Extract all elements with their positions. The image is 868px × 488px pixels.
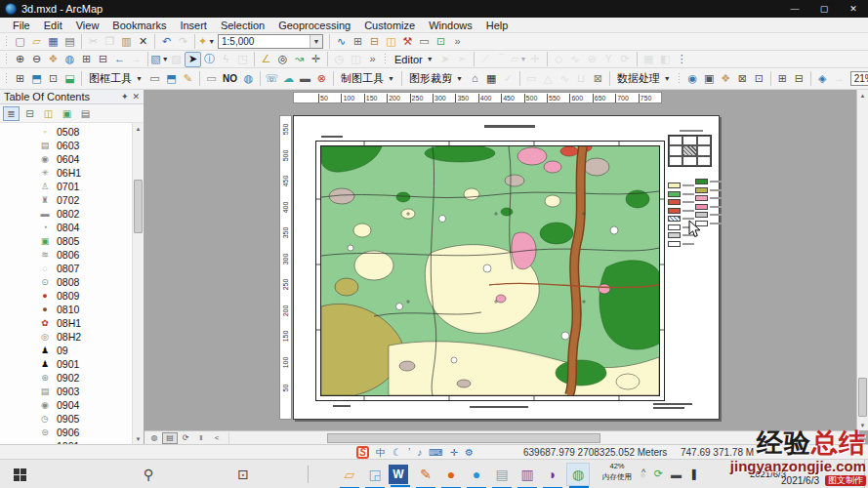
no-annotation-button[interactable]: NO <box>220 73 240 84</box>
layer-item-0902[interactable]: ⊛0902 <box>0 371 132 385</box>
delete-icon[interactable]: ✕ <box>135 34 151 50</box>
word-app[interactable]: W <box>389 465 408 484</box>
point-tool-icon[interactable]: ✛ <box>527 52 544 67</box>
catalog-window-icon[interactable]: ◫ <box>383 34 399 50</box>
layer-item-0901[interactable]: ♟0901 <box>0 357 132 371</box>
zoom-page-in-icon[interactable]: ⊠ <box>734 71 751 87</box>
layer-item-0802[interactable]: ▬0802 <box>0 207 132 221</box>
toolbox-icon[interactable]: ✛ <box>450 448 458 458</box>
redo-icon[interactable]: ↷ <box>175 34 191 50</box>
refresh-view-button[interactable]: ⟳ <box>178 432 193 444</box>
tray-usb-icon[interactable]: ▬ <box>671 468 682 480</box>
menu-item-selection[interactable]: Selection <box>214 20 271 31</box>
paste-icon[interactable]: ▥ <box>118 34 135 50</box>
pan-icon[interactable]: ❖ <box>45 52 62 67</box>
settings-wrench-icon[interactable]: ⚙ <box>465 448 474 458</box>
layer-item-0508[interactable]: ◦0508 <box>0 125 132 139</box>
layer-item-06H1[interactable]: ✳06H1 <box>0 166 132 180</box>
firefox-app[interactable]: ● <box>439 463 463 486</box>
start-button[interactable] <box>8 463 31 486</box>
memory-usage-ball[interactable]: 42% 内存使用 <box>596 462 639 482</box>
callout-phone-icon[interactable]: ☏ <box>264 71 280 87</box>
show-desktop-button[interactable] <box>864 460 868 488</box>
layer-item-0808[interactable]: ⊙0808 <box>0 275 132 289</box>
clip-tools-dropdown[interactable]: 图形裁剪▼ <box>405 71 467 86</box>
layer-item-0806[interactable]: ≋0806 <box>0 248 132 262</box>
layer-item-0905[interactable]: ◷0905 <box>0 412 132 426</box>
add-data-icon[interactable]: ✦▼ <box>198 34 215 50</box>
edge-app[interactable]: ● <box>465 463 488 486</box>
pin-icon[interactable]: ✦ <box>121 92 129 102</box>
notepad-app[interactable]: ▤ <box>490 463 514 486</box>
measure-icon[interactable]: ∠ <box>258 52 274 67</box>
scroll-down-icon[interactable]: ▼ <box>857 420 868 430</box>
punctuation-icon[interactable]: ’ <box>408 448 410 458</box>
cut-polygons-icon[interactable]: ⊘ <box>584 52 600 67</box>
clear-selection-icon[interactable]: ▨ <box>168 52 185 67</box>
toc-scrollbar[interactable]: ▲ ▼ <box>132 123 144 444</box>
attribute-table-icon[interactable]: ⊟ <box>366 34 383 50</box>
undo-icon[interactable]: ↶ <box>158 34 175 50</box>
scroll-up-icon[interactable]: ▲ <box>857 90 868 101</box>
maximize-button[interactable]: ▢ <box>809 0 839 18</box>
layer-item-0810[interactable]: ●0810 <box>0 303 132 316</box>
copy-icon[interactable]: ❐ <box>102 34 118 50</box>
save-dark-icon[interactable]: ▦ <box>483 71 500 87</box>
list-by-drawing-order-icon[interactable]: ≣ <box>3 106 20 121</box>
layout-horizontal-scrollbar[interactable] <box>228 432 856 444</box>
data-view-button[interactable]: ◍ <box>146 432 162 444</box>
list-by-selection-icon[interactable]: ▣ <box>59 106 75 121</box>
go-to-xy-icon[interactable]: ✛ <box>308 52 324 67</box>
paint-app[interactable]: ✎ <box>414 463 437 486</box>
scroll-up-icon[interactable]: ▲ <box>133 123 144 134</box>
layer-item-0906[interactable]: ⊜0906 <box>0 426 132 439</box>
photo-viewer-app[interactable]: ◲ <box>363 463 387 486</box>
small-rect-icon[interactable]: ▭ <box>146 71 163 87</box>
hyperlink-icon[interactable]: ϟ <box>218 52 234 67</box>
line-sketch-icon[interactable]: ∿ <box>557 71 573 87</box>
print-icon[interactable]: ▤ <box>62 34 78 50</box>
mic-icon[interactable]: ♪ <box>417 448 422 458</box>
monitor-green-icon[interactable]: ⬓ <box>62 71 78 87</box>
cut-icon[interactable]: ✂ <box>85 34 102 50</box>
list-by-visibility-icon[interactable]: ◫ <box>40 106 57 121</box>
editor-toolbar-icon[interactable]: ∿ <box>333 34 350 50</box>
forward-page-extent-icon[interactable]: → <box>831 71 847 87</box>
back-extent-button[interactable]: < <box>209 432 225 444</box>
pencil-icon[interactable]: ✎ <box>180 71 196 87</box>
menu-item-insert[interactable]: Insert <box>173 20 214 31</box>
scroll-down-icon[interactable]: ▼ <box>133 433 144 444</box>
layer-item-0604[interactable]: ◉0604 <box>0 152 132 166</box>
toolbar-grip[interactable] <box>678 72 682 85</box>
overflow-chevron-icon[interactable]: » <box>364 52 381 67</box>
back-page-extent-icon[interactable]: ◈ <box>814 71 831 87</box>
go-forward-extent-icon[interactable]: → <box>128 52 145 67</box>
layer-item-09[interactable]: ♟09 <box>0 344 132 357</box>
toolbar-grip[interactable] <box>5 72 9 85</box>
polygon-select-icon[interactable]: △ <box>540 71 557 87</box>
menu-item-windows[interactable]: Windows <box>422 20 479 31</box>
arcmap-app[interactable]: ◍ <box>566 463 590 486</box>
layer-item-0807[interactable]: ◌0807 <box>0 262 132 275</box>
grid-frame-icon[interactable]: ⊞ <box>12 71 28 87</box>
layer-item-08H1[interactable]: ✿08H1 <box>0 316 132 330</box>
layer-item-0903[interactable]: ▤0903 <box>0 385 132 398</box>
tray-360-update-icon[interactable]: ⟳ <box>654 468 663 480</box>
overflow-chevron-icon[interactable]: » <box>449 34 466 50</box>
fixed-zoom-out-icon[interactable]: ⊟ <box>95 52 111 67</box>
menu-item-bookmarks[interactable]: Bookmarks <box>105 20 173 31</box>
layer-item-0804[interactable]: ◔0804 <box>0 221 132 234</box>
layer-item-0904[interactable]: ◉0904 <box>0 398 132 412</box>
fixed-page-out-icon[interactable]: ⊟ <box>791 71 807 87</box>
close-icon[interactable]: ✕ <box>132 92 140 102</box>
menu-item-help[interactable]: Help <box>479 20 516 31</box>
model-builder-icon[interactable]: ⊡ <box>433 34 449 50</box>
zoom-whole-page-icon[interactable]: ◉ <box>684 71 701 87</box>
overflow-chevron-icon[interactable]: ⋮ <box>674 52 690 67</box>
layer-item-0603[interactable]: ▤0603 <box>0 139 132 152</box>
tray-white-ball-icon[interactable]: ● <box>640 468 646 480</box>
chevron-down-icon[interactable]: ▼ <box>310 35 322 48</box>
editor-menu-dropdown[interactable]: Editor▼ <box>391 54 437 65</box>
taskbar-clock[interactable]: 2021/6/3 <box>750 468 786 479</box>
toolbox-icon[interactable]: ⚒ <box>399 34 416 50</box>
